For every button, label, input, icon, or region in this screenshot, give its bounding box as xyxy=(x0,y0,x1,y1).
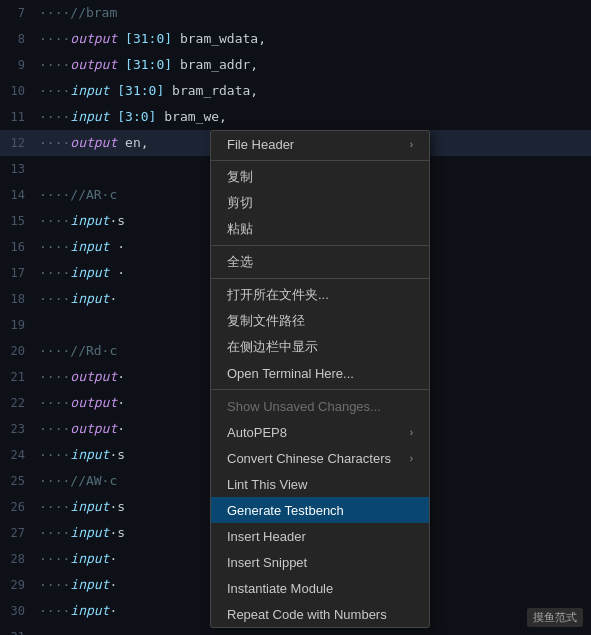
line-num-19: 19 xyxy=(0,312,35,338)
menu-item-instantiate-module[interactable]: Instantiate Module xyxy=(211,575,429,601)
line-num-22: 22 xyxy=(0,390,35,416)
menu-item-open-in-explorer-label: 打开所在文件夹... xyxy=(227,286,329,304)
line-num-24: 24 xyxy=(0,442,35,468)
menu-separator-3 xyxy=(211,278,429,279)
line-num-17: 17 xyxy=(0,260,35,286)
code-line-7: 7 ····//bram xyxy=(0,0,591,26)
menu-item-select-all[interactable]: 全选 xyxy=(211,249,429,275)
context-menu: File Header › 复制 剪切 粘贴 全选 打开所在文件夹... 复制文… xyxy=(210,130,430,628)
menu-item-show-in-gutter[interactable]: 在侧边栏中显示 xyxy=(211,334,429,360)
line-num-12: 12 xyxy=(0,130,35,156)
line-content-16: ····input · xyxy=(35,234,125,260)
menu-item-convert-chinese[interactable]: Convert Chinese Characters › xyxy=(211,445,429,471)
menu-item-copy-label: 复制 xyxy=(227,168,253,186)
menu-item-copy[interactable]: 复制 xyxy=(211,164,429,190)
menu-arrow-convert-chinese: › xyxy=(410,453,413,464)
menu-item-insert-header[interactable]: Insert Header xyxy=(211,523,429,549)
menu-separator-2 xyxy=(211,245,429,246)
line-content-29: ····input· xyxy=(35,572,117,598)
menu-item-file-header[interactable]: File Header › xyxy=(211,131,429,157)
line-num-8: 8 xyxy=(0,26,35,52)
watermark-text: 摸鱼范式 xyxy=(533,611,577,623)
line-num-28: 28 xyxy=(0,546,35,572)
line-content-18: ····input· xyxy=(35,286,117,312)
line-num-14: 14 xyxy=(0,182,35,208)
menu-item-select-all-label: 全选 xyxy=(227,253,253,271)
line-content-10: ····input [31:0] bram_rdata, xyxy=(35,78,258,104)
line-num-15: 15 xyxy=(0,208,35,234)
menu-item-show-unsaved: Show Unsaved Changes... xyxy=(211,393,429,419)
line-content-27: ····input·s xyxy=(35,520,125,546)
line-content-20: ····//Rd·c xyxy=(35,338,117,364)
line-num-10: 10 xyxy=(0,78,35,104)
line-content-25: ····//AW·c xyxy=(35,468,117,494)
menu-item-insert-header-label: Insert Header xyxy=(227,529,306,544)
line-num-21: 21 xyxy=(0,364,35,390)
line-content-30: ····input· xyxy=(35,598,117,624)
watermark: 摸鱼范式 xyxy=(527,608,583,627)
code-line-10: 10 ····input [31:0] bram_rdata, xyxy=(0,78,591,104)
menu-separator-1 xyxy=(211,160,429,161)
menu-item-insert-snippet-label: Insert Snippet xyxy=(227,555,307,570)
menu-item-repeat-code-label: Repeat Code with Numbers xyxy=(227,607,387,622)
editor-container: 7 ····//bram 8 ····output [31:0] bram_wd… xyxy=(0,0,591,635)
menu-item-show-in-gutter-label: 在侧边栏中显示 xyxy=(227,338,318,356)
menu-item-copy-path-label: 复制文件路径 xyxy=(227,312,305,330)
code-line-8: 8 ····output [31:0] bram_wdata, xyxy=(0,26,591,52)
menu-arrow-file-header: › xyxy=(410,139,413,150)
menu-separator-4 xyxy=(211,389,429,390)
line-num-7: 7 xyxy=(0,0,35,26)
line-num-11: 11 xyxy=(0,104,35,130)
menu-item-paste[interactable]: 粘贴 xyxy=(211,216,429,242)
menu-item-insert-snippet[interactable]: Insert Snippet xyxy=(211,549,429,575)
menu-item-generate-testbench-label: Generate Testbench xyxy=(227,503,344,518)
line-num-9: 9 xyxy=(0,52,35,78)
menu-item-open-terminal-label: Open Terminal Here... xyxy=(227,366,354,381)
line-content-9: ····output [31:0] bram_addr, xyxy=(35,52,258,78)
line-num-25: 25 xyxy=(0,468,35,494)
menu-item-cut-label: 剪切 xyxy=(227,194,253,212)
line-num-16: 16 xyxy=(0,234,35,260)
line-num-13: 13 xyxy=(0,156,35,182)
line-content-8: ····output [31:0] bram_wdata, xyxy=(35,26,266,52)
line-content-11: ····input [3:0] bram_we, xyxy=(35,104,227,130)
line-num-20: 20 xyxy=(0,338,35,364)
menu-item-lint-view-label: Lint This View xyxy=(227,477,307,492)
line-content-28: ····input· xyxy=(35,546,117,572)
menu-item-autopep8-label: AutoPEP8 xyxy=(227,425,287,440)
line-content-14: ····//AR·c xyxy=(35,182,117,208)
line-content-15: ····input·s xyxy=(35,208,125,234)
line-content-17: ····input · xyxy=(35,260,125,286)
line-num-27: 27 xyxy=(0,520,35,546)
code-line-11: 11 ····input [3:0] bram_we, xyxy=(0,104,591,130)
line-num-23: 23 xyxy=(0,416,35,442)
menu-arrow-autopep8: › xyxy=(410,427,413,438)
line-num-31: 31 xyxy=(0,624,35,635)
menu-item-convert-chinese-label: Convert Chinese Characters xyxy=(227,451,391,466)
line-num-30: 30 xyxy=(0,598,35,624)
menu-item-show-unsaved-label: Show Unsaved Changes... xyxy=(227,399,381,414)
line-content-26: ····input·s xyxy=(35,494,125,520)
line-content-24: ····input·s xyxy=(35,442,125,468)
menu-item-copy-path[interactable]: 复制文件路径 xyxy=(211,308,429,334)
line-num-26: 26 xyxy=(0,494,35,520)
menu-item-open-terminal[interactable]: Open Terminal Here... xyxy=(211,360,429,386)
menu-item-repeat-code[interactable]: Repeat Code with Numbers xyxy=(211,601,429,627)
line-num-29: 29 xyxy=(0,572,35,598)
line-content-21: ····output· xyxy=(35,364,125,390)
menu-item-autopep8[interactable]: AutoPEP8 › xyxy=(211,419,429,445)
menu-item-generate-testbench[interactable]: Generate Testbench xyxy=(211,497,429,523)
line-content-23: ····output· xyxy=(35,416,125,442)
menu-item-instantiate-module-label: Instantiate Module xyxy=(227,581,333,596)
line-content-12: ····output en, xyxy=(35,130,149,156)
menu-item-open-in-explorer[interactable]: 打开所在文件夹... xyxy=(211,282,429,308)
line-content-7: ····//bram xyxy=(35,0,117,26)
menu-item-cut[interactable]: 剪切 xyxy=(211,190,429,216)
line-content-22: ····output· xyxy=(35,390,125,416)
code-line-9: 9 ····output [31:0] bram_addr, xyxy=(0,52,591,78)
menu-item-paste-label: 粘贴 xyxy=(227,220,253,238)
menu-item-lint-view[interactable]: Lint This View xyxy=(211,471,429,497)
menu-item-file-header-label: File Header xyxy=(227,137,294,152)
line-num-18: 18 xyxy=(0,286,35,312)
